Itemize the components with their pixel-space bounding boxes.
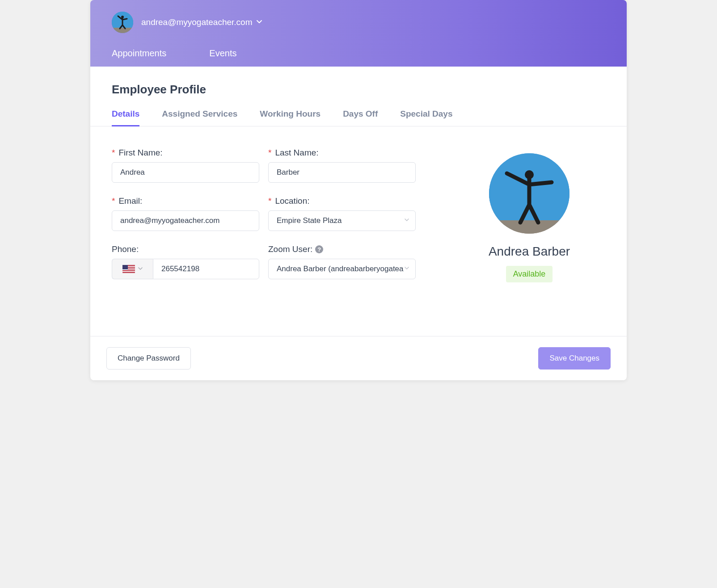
avatar-image-icon bbox=[489, 153, 569, 234]
svg-point-2 bbox=[121, 16, 124, 18]
email-label: *Email: bbox=[112, 196, 259, 206]
first-name-label: *First Name: bbox=[112, 148, 259, 158]
user-avatar-small[interactable] bbox=[112, 12, 133, 33]
zoom-user-select-value: Andrea Barber (andreabarberyogatea bbox=[277, 265, 404, 273]
first-name-label-text: First Name: bbox=[118, 148, 162, 158]
svg-rect-1 bbox=[112, 28, 133, 33]
required-asterisk: * bbox=[112, 196, 115, 206]
field-last-name: *Last Name: bbox=[268, 148, 416, 183]
header: andrea@myyogateacher.com Appointments Ev… bbox=[90, 0, 627, 67]
svg-rect-4 bbox=[489, 220, 569, 234]
chevron-down-icon bbox=[404, 265, 410, 273]
primary-nav: Appointments Events bbox=[90, 48, 627, 67]
tab-special-days[interactable]: Special Days bbox=[400, 109, 452, 126]
flag-us-icon bbox=[122, 265, 135, 273]
page-title: Employee Profile bbox=[112, 83, 605, 97]
zoom-user-select[interactable]: Andrea Barber (andreabarberyogatea bbox=[268, 259, 416, 279]
location-label-text: Location: bbox=[275, 196, 309, 206]
form-grid: *First Name: *Last Name: *Email: *Locati… bbox=[112, 148, 416, 282]
required-asterisk: * bbox=[268, 196, 271, 206]
profile-tabs: Details Assigned Services Working Hours … bbox=[90, 109, 627, 126]
user-email[interactable]: andrea@myyogateacher.com bbox=[141, 17, 252, 27]
form-area: *First Name: *Last Name: *Email: *Locati… bbox=[112, 126, 605, 336]
email-input[interactable] bbox=[112, 210, 259, 231]
header-top: andrea@myyogateacher.com bbox=[90, 0, 627, 48]
location-select[interactable]: Empire State Plaza bbox=[268, 210, 416, 231]
field-email: *Email: bbox=[112, 196, 259, 231]
chevron-down-icon bbox=[138, 265, 143, 273]
field-first-name: *First Name: bbox=[112, 148, 259, 183]
field-location: *Location: Empire State Plaza bbox=[268, 196, 416, 231]
change-password-button[interactable]: Change Password bbox=[106, 347, 191, 370]
last-name-label: *Last Name: bbox=[268, 148, 416, 158]
tab-details[interactable]: Details bbox=[112, 109, 139, 126]
nav-events[interactable]: Events bbox=[209, 48, 236, 59]
app-frame: andrea@myyogateacher.com Appointments Ev… bbox=[90, 0, 627, 380]
phone-label: Phone: bbox=[112, 244, 259, 254]
chevron-down-icon bbox=[404, 216, 410, 225]
tab-days-off[interactable]: Days Off bbox=[343, 109, 378, 126]
last-name-label-text: Last Name: bbox=[275, 148, 318, 158]
save-changes-button[interactable]: Save Changes bbox=[538, 347, 611, 370]
required-asterisk: * bbox=[268, 148, 271, 158]
required-asterisk: * bbox=[112, 148, 115, 158]
phone-country-select[interactable] bbox=[112, 259, 153, 279]
nav-appointments[interactable]: Appointments bbox=[112, 48, 166, 59]
content: Employee Profile Details Assigned Servic… bbox=[90, 67, 627, 336]
phone-label-text: Phone: bbox=[112, 244, 139, 254]
last-name-input[interactable] bbox=[268, 162, 416, 183]
first-name-input[interactable] bbox=[112, 162, 259, 183]
field-phone: Phone: bbox=[112, 244, 259, 279]
profile-avatar[interactable] bbox=[489, 153, 569, 234]
zoom-user-label: Zoom User: ? bbox=[268, 244, 416, 254]
chevron-down-icon[interactable] bbox=[256, 18, 263, 27]
svg-point-5 bbox=[525, 170, 534, 179]
tab-working-hours[interactable]: Working Hours bbox=[260, 109, 321, 126]
help-icon[interactable]: ? bbox=[315, 245, 323, 253]
profile-card: Andrea Barber Available bbox=[471, 148, 587, 282]
location-label: *Location: bbox=[268, 196, 416, 206]
field-zoom-user: Zoom User: ? Andrea Barber (andreabarber… bbox=[268, 244, 416, 279]
zoom-user-label-text: Zoom User: bbox=[268, 244, 312, 254]
phone-input[interactable] bbox=[153, 259, 259, 279]
tab-assigned-services[interactable]: Assigned Services bbox=[162, 109, 237, 126]
email-label-text: Email: bbox=[118, 196, 142, 206]
phone-group bbox=[112, 259, 259, 279]
avatar-image-icon bbox=[112, 12, 133, 33]
footer: Change Password Save Changes bbox=[90, 336, 627, 380]
profile-name: Andrea Barber bbox=[471, 244, 587, 259]
status-badge: Available bbox=[506, 266, 553, 282]
location-select-value: Empire State Plaza bbox=[277, 216, 342, 225]
